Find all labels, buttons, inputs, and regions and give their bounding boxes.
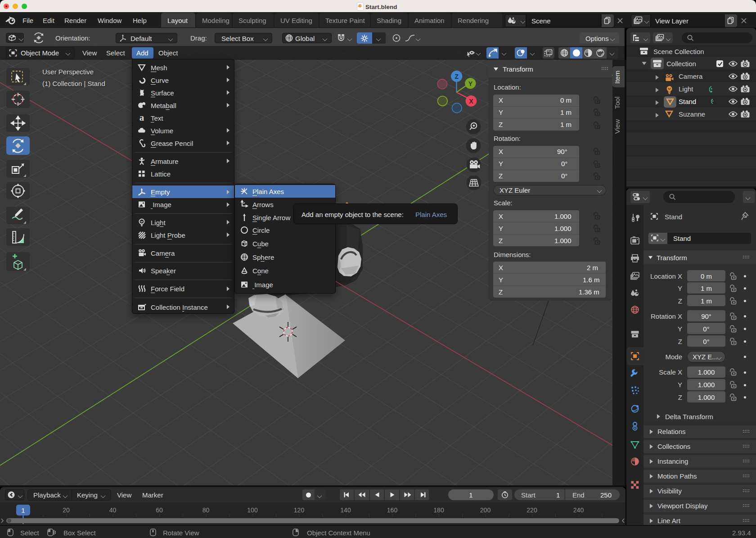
- svg-text:X: X: [469, 98, 473, 105]
- svg-text:Z: Z: [454, 73, 459, 80]
- svg-text:a: a: [140, 113, 144, 122]
- svg-text:Y: Y: [468, 80, 473, 87]
